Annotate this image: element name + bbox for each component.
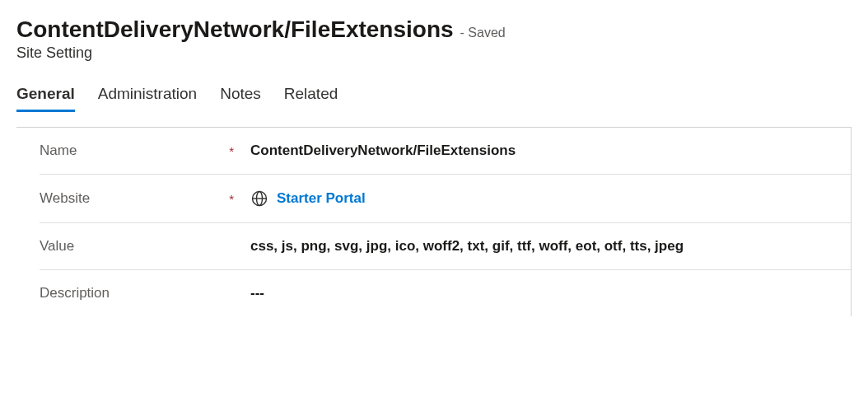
page-title: ContentDeliveryNetwork/FileExtensions — [16, 16, 454, 43]
tab-administration[interactable]: Administration — [98, 85, 197, 112]
save-status: - Saved — [460, 26, 506, 40]
tab-related[interactable]: Related — [284, 85, 338, 112]
required-mark: * — [229, 192, 234, 206]
description-value[interactable]: --- — [250, 285, 851, 301]
globe-icon — [250, 189, 268, 208]
page-header: ContentDeliveryNetwork/FileExtensions - … — [16, 16, 852, 62]
description-label: Description — [40, 285, 110, 301]
field-row-website: Website * Starter Portal — [40, 175, 851, 223]
form-container: Name * ContentDeliveryNetwork/FileExtens… — [16, 127, 852, 316]
website-link[interactable]: Starter Portal — [277, 190, 366, 207]
label-cell: Name * — [40, 143, 250, 159]
required-mark: * — [229, 144, 234, 158]
tab-notes[interactable]: Notes — [220, 85, 261, 112]
field-row-name: Name * ContentDeliveryNetwork/FileExtens… — [40, 128, 851, 175]
name-label: Name — [40, 143, 77, 159]
website-label: Website — [40, 190, 90, 207]
field-row-description: Description --- — [40, 270, 851, 316]
title-row: ContentDeliveryNetwork/FileExtensions - … — [16, 16, 852, 43]
label-cell: Value — [40, 238, 250, 255]
website-value-cell[interactable]: Starter Portal — [250, 189, 851, 208]
page-subtitle: Site Setting — [16, 44, 852, 62]
label-cell: Website * — [40, 190, 250, 207]
tab-general[interactable]: General — [16, 85, 75, 112]
field-row-value: Value css, js, png, svg, jpg, ico, woff2… — [40, 223, 851, 270]
value-value[interactable]: css, js, png, svg, jpg, ico, woff2, txt,… — [250, 238, 851, 255]
label-cell: Description — [40, 285, 250, 301]
value-label: Value — [40, 238, 74, 255]
name-value[interactable]: ContentDeliveryNetwork/FileExtensions — [250, 143, 851, 159]
tab-list: General Administration Notes Related — [16, 85, 852, 112]
